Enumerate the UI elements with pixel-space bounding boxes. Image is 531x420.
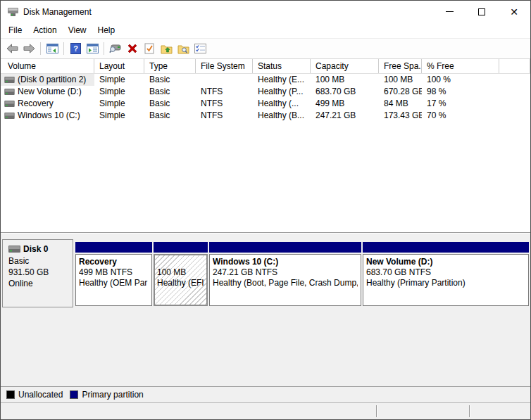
partition-size: 100 MB: [157, 267, 204, 278]
unallocated-swatch: [6, 390, 15, 399]
partition-status: Healthy (Primary Partition): [366, 278, 525, 288]
status-cell: Healthy (...: [253, 98, 311, 110]
disk0-label: Disk 0: [23, 244, 48, 254]
partition-size: 683.70 GB NTFS: [366, 267, 525, 278]
forward-arrow-icon: [23, 44, 35, 53]
layout-cell: Simple: [94, 98, 144, 110]
column-header-filler: [499, 59, 530, 73]
close-button[interactable]: ✕: [498, 1, 530, 23]
column-header-file-system[interactable]: File System: [196, 59, 253, 73]
file-system-cell: NTFS: [196, 86, 253, 98]
layout-cell: Simple: [94, 74, 144, 86]
menu-action[interactable]: Action: [27, 24, 62, 37]
checked-document-icon: [144, 43, 154, 54]
file-system-cell: NTFS: [196, 110, 253, 122]
partition-size: 247.21 GB NTFS: [213, 267, 358, 278]
delete-volume-button[interactable]: [124, 40, 141, 57]
partition-status: Healthy (Boot, Page File, Crash Dump,: [213, 278, 358, 288]
percent-free-cell: 98 %: [422, 86, 499, 98]
console-tree-window-icon: [46, 44, 58, 54]
type-cell: Basic: [144, 110, 196, 122]
show-console-tree-button[interactable]: [44, 40, 61, 57]
volume-icon: [4, 113, 15, 119]
status-bar-divider: [469, 405, 470, 417]
task-checklist-icon: [194, 44, 206, 53]
capacity-cell: 683.70 GB: [311, 86, 379, 98]
disk0-info-panel[interactable]: Disk 0 Basic 931.50 GB Online: [2, 239, 73, 307]
status-bar-divider: [376, 405, 377, 417]
back-button[interactable]: [4, 40, 20, 57]
toolbar-separator: [104, 42, 104, 55]
volume-row-windows10-c[interactable]: Windows 10 (C:) Simple Basic NTFS Health…: [1, 110, 530, 122]
volume-name: Windows 10 (C:): [18, 110, 80, 122]
menu-file[interactable]: File: [3, 24, 27, 37]
partition-efi-selected[interactable]: 100 MB Healthy (EFI: [154, 242, 208, 306]
folder-magnifier-icon: [177, 44, 189, 54]
free-space-cell: 84 MB: [379, 98, 422, 110]
volume-list: Volume Layout Type File System Status Ca…: [1, 59, 530, 233]
menu-help[interactable]: Help: [92, 24, 121, 37]
capacity-cell: 100 MB: [311, 74, 379, 86]
show-action-pane-button[interactable]: [84, 40, 101, 57]
layout-cell: Simple: [94, 110, 144, 122]
toolbar: ?: [1, 38, 530, 59]
volume-row-recovery[interactable]: Recovery Simple Basic NTFS Healthy (... …: [1, 98, 530, 110]
disk0-row: Disk 0 Basic 931.50 GB Online Recovery 4…: [2, 239, 530, 307]
action-pane-window-icon: [87, 44, 99, 54]
primary-partition-bar: [363, 242, 529, 253]
menu-bar: File Action View Help: [1, 23, 530, 38]
properties-checklist-button[interactable]: [192, 40, 208, 57]
partition-new-volume-d[interactable]: New Volume (D:) 683.70 GB NTFS Healthy (…: [363, 242, 529, 306]
maximize-button[interactable]: [466, 1, 498, 23]
disk-icon: [8, 246, 20, 253]
device-viewer-button[interactable]: [107, 40, 124, 57]
percent-free-cell: 17 %: [422, 98, 499, 110]
volume-row-disk0-partition2[interactable]: (Disk 0 partition 2) Simple Basic Health…: [1, 74, 530, 86]
folder-search-button[interactable]: [175, 40, 192, 57]
checked-document-button[interactable]: [141, 40, 158, 57]
status-bar: [1, 402, 530, 419]
volume-name: (Disk 0 partition 2): [18, 74, 86, 86]
primary-partition-label: Primary partition: [82, 390, 143, 400]
partition-windows10-c[interactable]: Windows 10 (C:) 247.21 GB NTFS Healthy (…: [209, 242, 361, 306]
volume-icon: [4, 77, 15, 83]
delete-red-x-icon: [127, 43, 138, 54]
forward-button[interactable]: [20, 40, 37, 57]
partition-status: Healthy (EFI: [157, 278, 204, 288]
folder-up-button[interactable]: [158, 40, 175, 57]
file-system-cell: [196, 74, 253, 86]
type-cell: Basic: [144, 98, 196, 110]
column-header-percent-free[interactable]: % Free: [422, 59, 499, 73]
capacity-cell: 499 MB: [311, 98, 379, 110]
primary-partition-swatch: [70, 390, 78, 399]
column-header-volume[interactable]: Volume: [1, 59, 94, 73]
title-bar: Disk Management ✕: [1, 1, 530, 23]
column-header-status[interactable]: Status: [253, 59, 311, 73]
primary-partition-bar: [75, 242, 152, 253]
disk-management-window: Disk Management ✕ File Action View Help: [0, 0, 531, 420]
capacity-cell: 247.21 GB: [311, 110, 379, 122]
file-system-cell: NTFS: [196, 98, 253, 110]
free-space-cell: 173.43 GB: [379, 110, 422, 122]
partition-name: Windows 10 (C:): [213, 257, 358, 267]
minimize-button[interactable]: [433, 1, 466, 23]
toolbar-separator: [63, 42, 64, 55]
column-header-type[interactable]: Type: [144, 59, 196, 73]
menu-view[interactable]: View: [63, 24, 92, 37]
partition-name: [157, 257, 204, 267]
status-cell: Healthy (P...: [253, 86, 311, 98]
partition-size: 499 MB NTFS: [79, 267, 149, 278]
column-header-capacity[interactable]: Capacity: [311, 59, 379, 73]
partition-status: Healthy (OEM Par: [79, 278, 149, 288]
help-button[interactable]: ?: [67, 40, 84, 57]
disk-drive-icon: [7, 7, 19, 17]
partition-name: New Volume (D:): [366, 257, 525, 267]
column-header-layout[interactable]: Layout: [94, 59, 144, 73]
column-header-free-space[interactable]: Free Spa...: [379, 59, 422, 73]
volume-row-new-volume-d[interactable]: New Volume (D:) Simple Basic NTFS Health…: [1, 86, 530, 98]
folder-up-arrow-icon: [161, 44, 173, 54]
volume-list-header: Volume Layout Type File System Status Ca…: [1, 59, 530, 74]
partition-recovery[interactable]: Recovery 499 MB NTFS Healthy (OEM Par: [75, 242, 152, 306]
help-icon: ?: [70, 43, 81, 54]
toolbar-separator: [40, 42, 41, 55]
